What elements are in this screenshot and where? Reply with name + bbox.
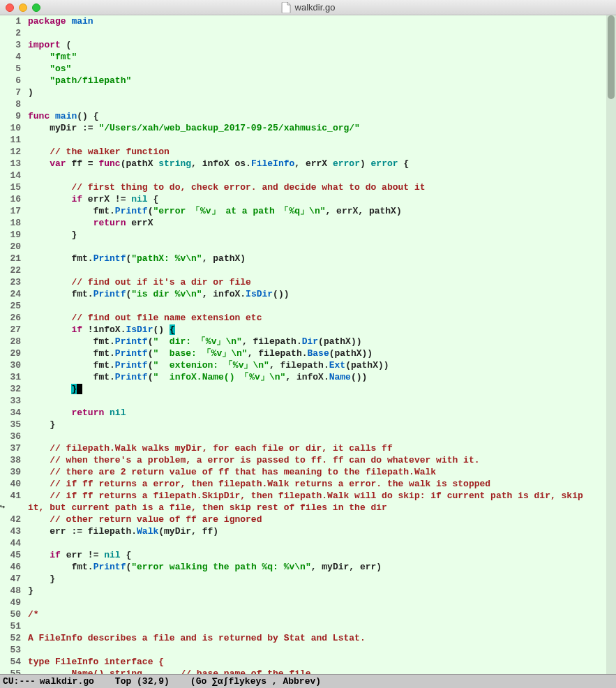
line-number: 13 — [0, 158, 21, 170]
code-line[interactable]: fmt.Printf(" extenion: 「%v」\n", filepath… — [28, 359, 616, 371]
code-line[interactable]: import ( — [28, 39, 616, 51]
line-number: 25 — [0, 300, 21, 312]
scrollbar-thumb[interactable] — [608, 15, 615, 99]
code-line[interactable]: if errX != nil { — [28, 193, 616, 205]
code-line[interactable] — [28, 134, 616, 146]
line-number: 52 — [0, 632, 21, 644]
code-line[interactable]: // if ff returns a error, then filepath.… — [28, 478, 616, 490]
code-line[interactable]: /* — [28, 608, 616, 620]
code-line[interactable] — [28, 395, 616, 407]
minimize-button[interactable] — [19, 3, 27, 12]
line-number: 36 — [0, 431, 21, 442]
line-number: 53 — [0, 644, 21, 656]
line-number: 31 — [0, 371, 21, 383]
code-line[interactable]: err := filepath.Walk(myDir, ff) — [28, 525, 616, 537]
code-line[interactable] — [28, 170, 616, 181]
code-line[interactable] — [28, 264, 616, 276]
maximize-button[interactable] — [32, 3, 40, 12]
line-number: 35 — [0, 419, 21, 431]
code-line[interactable]: } — [28, 585, 616, 597]
line-number: 4 — [0, 51, 21, 63]
line-number: 23 — [0, 276, 21, 288]
line-number: 43 — [0, 525, 21, 537]
code-line[interactable]: } — [28, 419, 616, 431]
line-number: 12 — [0, 146, 21, 158]
line-number: 17 — [0, 205, 21, 217]
line-number: 40 — [0, 478, 21, 490]
line-number: 45 — [0, 549, 21, 561]
line-number: 37 — [0, 442, 21, 454]
code-line[interactable]: } — [28, 573, 616, 585]
line-number: 48 — [0, 585, 21, 597]
code-line[interactable]: // find out if it's a dir or file — [28, 276, 616, 288]
line-number: 14 — [0, 170, 21, 181]
code-line[interactable]: if !infoX.IsDir() { — [28, 324, 616, 336]
line-number: 38 — [0, 454, 21, 466]
code-line[interactable]: // there are 2 return value of ff that h… — [28, 466, 616, 478]
wrap-indicator-icon: ↪ — [0, 503, 5, 511]
close-button[interactable] — [6, 3, 14, 12]
code-line[interactable]: var ff = func(pathX string, infoX os.Fil… — [28, 158, 616, 170]
line-number: 9 — [0, 110, 21, 122]
code-line[interactable]: myDir := "/Users/xah/web_backup_2017-09-… — [28, 122, 616, 134]
window-title: walkdir.go — [281, 2, 336, 13]
line-number: 32 — [0, 383, 21, 395]
code-line[interactable]: // first thing to do, check error. and d… — [28, 181, 616, 193]
code-line[interactable]: "fmt" — [28, 51, 616, 63]
code-line[interactable]: it, but current path is a file, then ski… — [28, 502, 616, 514]
code-line[interactable]: fmt.Printf("error 「%v」 at a path 「%q」\n"… — [28, 205, 616, 217]
line-number: 20 — [0, 241, 21, 253]
traffic-lights — [6, 3, 40, 12]
code-line[interactable]: // other return value of ff are ignored — [28, 514, 616, 525]
code-line[interactable]: fmt.Printf(" dir: 「%v」\n", filepath.Dir(… — [28, 336, 616, 347]
code-line[interactable]: fmt.Printf(" infoX.Name() 「%v」\n", infoX… — [28, 371, 616, 383]
code-line[interactable]: } — [28, 229, 616, 241]
code-line[interactable]: package main — [28, 15, 616, 27]
code-line[interactable]: // when there's a problem, a error is pa… — [28, 454, 616, 466]
modeline-status: CU:--- — [3, 676, 36, 687]
code-line[interactable]: A FileInfo describes a file and is retur… — [28, 632, 616, 644]
code-line[interactable] — [28, 300, 616, 312]
modeline: CU:--- walkdir.go Top (32,9) (Go ∑α∫flyk… — [0, 674, 616, 688]
code-line[interactable]: fmt.Printf("pathX: %v\n", pathX) — [28, 253, 616, 264]
code-line[interactable]: // find out file name extension etc — [28, 312, 616, 324]
code-line[interactable] — [28, 431, 616, 442]
code-line[interactable]: ) — [28, 87, 616, 98]
line-number: 7 — [0, 87, 21, 98]
line-number: 11 — [0, 134, 21, 146]
code-line[interactable] — [28, 27, 616, 39]
modeline-filename: walkdir.go — [40, 676, 94, 687]
code-line[interactable] — [28, 98, 616, 110]
code-line[interactable] — [28, 537, 616, 549]
window-title-text: walkdir.go — [295, 2, 336, 13]
code-line[interactable]: // if ff returns a filepath.SkipDir, the… — [28, 490, 616, 502]
file-icon — [281, 2, 291, 13]
code-line[interactable] — [28, 644, 616, 656]
code-line[interactable]: fmt.Printf(" base: 「%v」\n", filepath.Bas… — [28, 347, 616, 359]
code-line[interactable]: fmt.Printf("is dir %v\n", infoX.IsDir()) — [28, 288, 616, 300]
code-line[interactable]: fmt.Printf("error walking the path %q: %… — [28, 561, 616, 573]
code-line[interactable] — [28, 241, 616, 253]
code-line[interactable]: "path/filepath" — [28, 75, 616, 87]
code-line[interactable] — [28, 597, 616, 608]
line-number: 49 — [0, 597, 21, 608]
line-number: 54 — [0, 656, 21, 668]
vertical-scrollbar[interactable] — [606, 15, 616, 674]
line-number: 15 — [0, 181, 21, 193]
code-line[interactable]: "os" — [28, 63, 616, 75]
code-line[interactable]: type FileInfo interface { — [28, 656, 616, 668]
code-line[interactable]: func main() { — [28, 110, 616, 122]
code-content[interactable]: package mainimport ( "fmt" "os" "path/fi… — [25, 15, 616, 674]
modeline-modes: (Go ∑α∫flykeys , Abbrev) — [190, 676, 321, 687]
window-titlebar: walkdir.go — [0, 0, 616, 15]
editor-area[interactable]: 1234567891011121314151617181920212223242… — [0, 15, 616, 674]
line-number: 16 — [0, 193, 21, 205]
code-line[interactable]: // the walker function — [28, 146, 616, 158]
code-line[interactable]: // filepath.Walk walks myDir, for each f… — [28, 442, 616, 454]
code-line[interactable]: } — [28, 383, 616, 395]
code-line[interactable] — [28, 620, 616, 632]
code-line[interactable]: if err != nil { — [28, 549, 616, 561]
code-line[interactable]: return nil — [28, 407, 616, 419]
code-line[interactable]: return errX — [28, 217, 616, 229]
line-number: 19 — [0, 229, 21, 241]
